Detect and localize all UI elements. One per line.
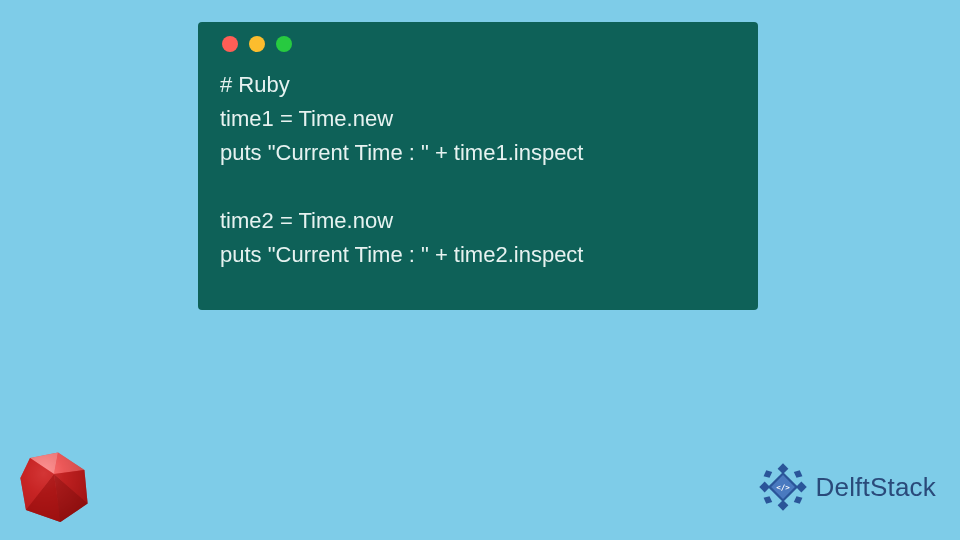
code-line: time1 = Time.new — [220, 106, 393, 131]
svg-marker-7 — [793, 496, 802, 504]
code-line: puts "Current Time : " + time2.inspect — [220, 242, 583, 267]
code-content: # Ruby time1 = Time.new puts "Current Ti… — [220, 68, 736, 273]
svg-marker-4 — [763, 470, 772, 478]
maximize-icon — [276, 36, 292, 52]
delftstack-emblem-icon: </> — [756, 460, 810, 514]
code-window: # Ruby time1 = Time.new puts "Current Ti… — [198, 22, 758, 310]
brand-name: DelftStack — [816, 472, 937, 503]
delftstack-logo: </> DelftStack — [756, 460, 937, 514]
svg-text:</>: </> — [776, 483, 790, 492]
minimize-icon — [249, 36, 265, 52]
svg-marker-6 — [763, 496, 772, 504]
svg-marker-5 — [793, 470, 802, 478]
ruby-logo-icon — [14, 446, 94, 526]
code-line: time2 = Time.now — [220, 208, 393, 233]
close-icon — [222, 36, 238, 52]
code-line: puts "Current Time : " + time1.inspect — [220, 140, 583, 165]
window-controls — [222, 36, 736, 52]
code-line: # Ruby — [220, 72, 290, 97]
